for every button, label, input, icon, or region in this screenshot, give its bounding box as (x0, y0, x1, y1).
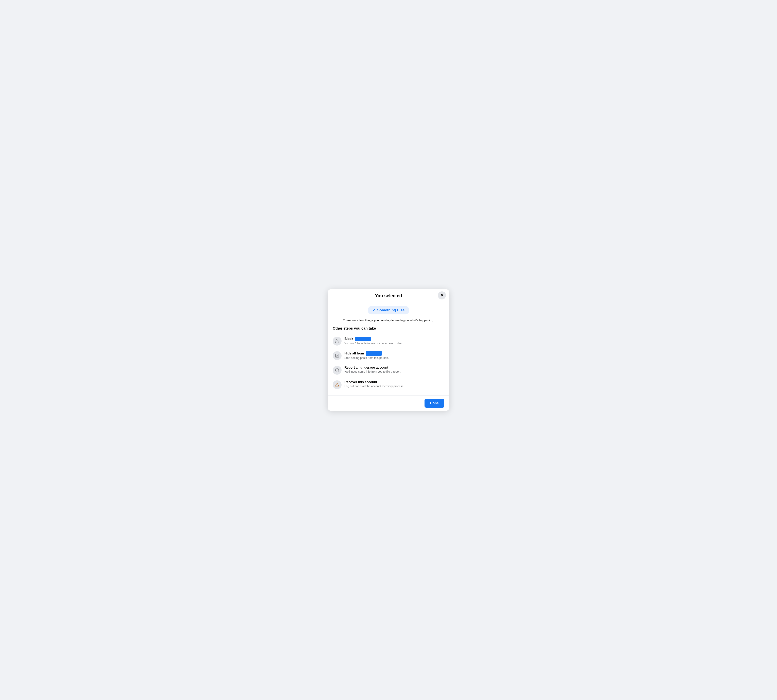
modal-footer: Done (328, 395, 449, 411)
warning-icon (333, 380, 342, 389)
redacted-name-block (355, 337, 371, 341)
action-content-block: Block You won't be able to see or contac… (344, 337, 444, 345)
info-icon (333, 366, 342, 375)
action-item-report-underage[interactable]: Report an underage account We'll need so… (333, 363, 444, 377)
action-title-hide: Hide all from (344, 351, 444, 356)
svg-point-0 (336, 340, 337, 341)
section-title: Other steps you can take (333, 326, 444, 331)
selection-label: Something Else (377, 308, 404, 312)
action-item-recover[interactable]: Recover this account Log out and start t… (333, 377, 444, 392)
done-button[interactable]: Done (424, 399, 444, 408)
action-desc-report-underage: We'll need some info from you to file a … (344, 370, 444, 374)
action-title-block: Block (344, 337, 444, 341)
action-content-hide: Hide all from Stop seeing posts from thi… (344, 351, 444, 360)
block-person-icon (333, 337, 342, 345)
selection-badge: ✓ Something Else (368, 306, 409, 314)
action-desc-recover: Log out and start the account recovery p… (344, 384, 444, 388)
close-icon: ✕ (441, 293, 444, 298)
redacted-name-hide (366, 351, 382, 356)
action-item-block[interactable]: Block You won't be able to see or contac… (333, 334, 444, 348)
modal-header: You selected ✕ (328, 289, 449, 302)
action-content-recover: Recover this account Log out and start t… (344, 380, 444, 388)
action-list: Block You won't be able to see or contac… (333, 334, 444, 392)
action-desc-block: You won't be able to see or contact each… (344, 342, 444, 345)
description-text: There are a few things you can do, depen… (333, 318, 444, 322)
hide-box-icon (333, 351, 342, 360)
checkmark-icon: ✓ (373, 308, 376, 312)
action-desc-hide: Stop seeing posts from this person. (344, 356, 444, 360)
action-item-hide[interactable]: Hide all from Stop seeing posts from thi… (333, 348, 444, 363)
close-button[interactable]: ✕ (438, 292, 446, 300)
action-content-report-underage: Report an underage account We'll need so… (344, 366, 444, 374)
selection-badge-container: ✓ Something Else (333, 306, 444, 314)
action-title-report-underage: Report an underage account (344, 366, 444, 369)
modal-container: You selected ✕ ✓ Something Else There ar… (328, 289, 449, 411)
action-title-recover: Recover this account (344, 380, 444, 384)
modal-body: ✓ Something Else There are a few things … (328, 302, 449, 395)
modal-title: You selected (375, 293, 402, 298)
